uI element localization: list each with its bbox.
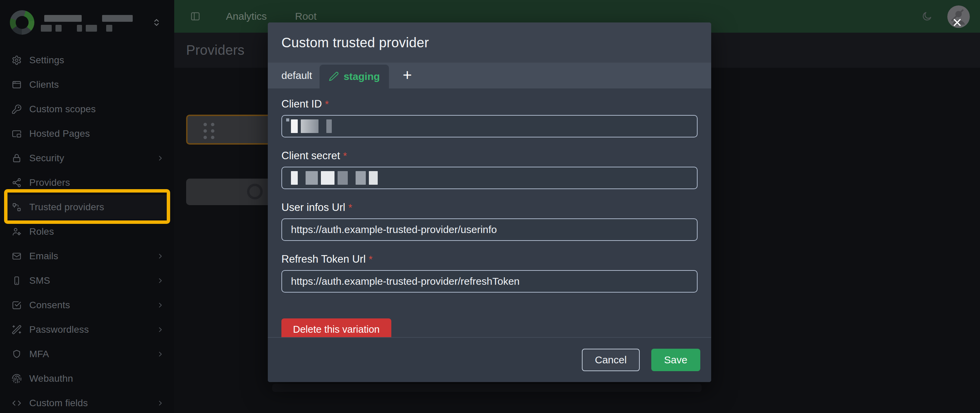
- modal-header: Custom trusted provider: [268, 22, 711, 63]
- sidebar-item-clients[interactable]: Clients: [4, 73, 170, 97]
- required-asterisk: *: [325, 98, 329, 110]
- mfa-icon: [11, 349, 22, 359]
- sidebar-item-custom-fields[interactable]: Custom fields: [4, 391, 170, 413]
- sidebar-item-security[interactable]: Security: [4, 146, 170, 170]
- refresh-token-url-input[interactable]: [282, 270, 698, 292]
- sidebar-item-label: MFA: [29, 349, 156, 360]
- dark-mode-moon-icon[interactable]: [921, 11, 932, 22]
- sidebar-item-passwordless[interactable]: Passwordless: [4, 318, 170, 342]
- provider-logo-icon: [247, 184, 263, 199]
- cancel-button[interactable]: Cancel: [582, 349, 640, 371]
- sidebar: SettingsClientsCustom scopesHosted Pages…: [0, 0, 174, 413]
- sidebar-item-emails[interactable]: Emails: [4, 244, 170, 268]
- sidebar-item-settings[interactable]: Settings: [4, 48, 170, 73]
- required-asterisk: *: [343, 150, 347, 161]
- custom-fields-icon: [11, 398, 22, 408]
- sidebar-item-trusted-providers[interactable]: Trusted providers: [4, 195, 170, 219]
- custom-trusted-provider-modal: Custom trusted provider default staging …: [268, 22, 711, 382]
- redacted-env-label: [56, 25, 62, 32]
- custom-scopes-icon: [11, 104, 22, 114]
- dimmed-card-edge: [272, 384, 702, 392]
- field-label: Refresh Token Url: [282, 253, 366, 265]
- redacted-env-label: [86, 25, 97, 32]
- redacted-env-label: [77, 25, 82, 32]
- sidebar-nav: SettingsClientsCustom scopesHosted Pages…: [0, 48, 174, 413]
- variation-tabs: default staging +: [268, 63, 711, 89]
- passwordless-icon: [11, 324, 22, 335]
- sidebar-item-label: SMS: [29, 275, 156, 286]
- client-id-input[interactable]: [282, 115, 698, 137]
- drag-handle-icon[interactable]: [204, 123, 215, 139]
- sidebar-item-roles[interactable]: Roles: [4, 219, 170, 244]
- pencil-icon: [329, 71, 339, 82]
- modal-title: Custom trusted provider: [282, 35, 429, 50]
- add-variation-button[interactable]: +: [400, 63, 415, 89]
- sidebar-item-label: Providers: [29, 177, 165, 188]
- sidebar-item-label: Custom scopes: [29, 104, 165, 114]
- roles-icon: [11, 227, 22, 237]
- chevrons-up-down-icon[interactable]: [151, 17, 162, 28]
- trusted-providers-icon: [11, 202, 22, 212]
- sidebar-item-label: Emails: [29, 251, 156, 262]
- field-client-secret: Client secret*: [282, 150, 698, 189]
- chevron-right-icon: [156, 350, 165, 359]
- sidebar-item-sms[interactable]: SMS: [4, 268, 170, 293]
- required-asterisk: *: [348, 202, 352, 213]
- sidebar-item-label: Passwordless: [29, 324, 156, 335]
- modal-footer: Cancel Save: [268, 337, 711, 382]
- security-icon: [11, 153, 22, 163]
- chevron-right-icon: [156, 252, 165, 261]
- sms-icon: [11, 276, 22, 286]
- field-user-infos-url: User infos Url*: [282, 202, 698, 241]
- tab-staging[interactable]: staging: [320, 65, 389, 89]
- sidebar-item-label: Consents: [29, 300, 156, 311]
- sidebar-item-label: Webauthn: [29, 373, 165, 384]
- hosted-pages-icon: [11, 129, 22, 139]
- page-title: Providers: [186, 43, 245, 58]
- chevron-right-icon: [156, 276, 165, 285]
- sidebar-item-label: Hosted Pages: [29, 128, 165, 139]
- sidebar-item-label: Settings: [29, 55, 165, 66]
- consents-icon: [11, 300, 22, 310]
- sidebar-item-hosted-pages[interactable]: Hosted Pages: [4, 121, 170, 146]
- redaction-artifact: [286, 118, 289, 121]
- sidebar-item-label: Custom fields: [29, 398, 156, 408]
- sidebar-item-webauthn[interactable]: Webauthn: [4, 366, 170, 391]
- required-asterisk: *: [369, 254, 372, 265]
- modal-close-icon[interactable]: [951, 17, 963, 28]
- webauthn-icon: [11, 373, 22, 384]
- sidebar-item-mfa[interactable]: MFA: [4, 342, 170, 366]
- sidebar-item-custom-scopes[interactable]: Custom scopes: [4, 97, 170, 121]
- field-client-id: Client ID*: [282, 98, 698, 137]
- save-button[interactable]: Save: [651, 349, 700, 371]
- chevron-right-icon: [156, 399, 165, 408]
- sidebar-item-label: Security: [29, 153, 156, 164]
- sidebar-item-consents[interactable]: Consents: [4, 293, 170, 318]
- workspace-switcher[interactable]: [0, 0, 174, 46]
- modal-body: Client ID* Client secret*: [268, 89, 711, 340]
- app-logo: [10, 10, 34, 35]
- redacted-value: [291, 171, 378, 185]
- sidebar-item-label: Clients: [29, 79, 165, 90]
- chevron-right-icon: [156, 154, 165, 163]
- sidebar-item-label: Trusted providers: [29, 202, 165, 213]
- sidebar-item-label: Roles: [29, 226, 165, 237]
- field-label: Client secret: [282, 150, 340, 162]
- field-refresh-token-url: Refresh Token Url*: [282, 253, 698, 292]
- user-infos-url-input[interactable]: [282, 218, 698, 241]
- clients-icon: [11, 79, 22, 90]
- redacted-workspace-name: [44, 15, 82, 22]
- client-secret-input[interactable]: [282, 167, 698, 189]
- providers-icon: [11, 178, 22, 188]
- field-label: User infos Url: [282, 202, 345, 213]
- topbar-link-analytics[interactable]: Analytics: [226, 0, 267, 33]
- sidebar-item-providers[interactable]: Providers: [4, 170, 170, 195]
- field-label: Client ID: [282, 98, 322, 110]
- redacted-env-label: [41, 25, 52, 32]
- chevron-right-icon: [156, 301, 165, 310]
- tab-default[interactable]: default: [282, 63, 312, 89]
- emails-icon: [11, 251, 22, 261]
- settings-icon: [11, 55, 22, 65]
- panel-left-icon[interactable]: [190, 11, 200, 21]
- chevron-right-icon: [156, 325, 165, 334]
